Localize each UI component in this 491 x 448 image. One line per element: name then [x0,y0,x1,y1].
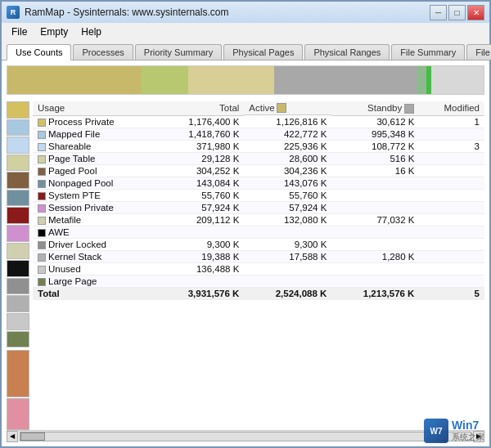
tab-physical-pages[interactable]: Physical Pages [223,44,303,60]
menu-file[interactable]: File [5,25,34,39]
cell-total: 209,112 K [156,213,244,226]
cell-total: 57,924 K [156,201,244,213]
row-color-indicator [38,278,46,286]
cell-active: 9,300 K [244,238,331,250]
cell-total: 1,418,760 K [156,128,244,140]
cell-total: 371,980 K [156,140,244,152]
row-color-indicator [38,241,46,249]
close-button[interactable]: ✕ [467,5,484,20]
standby-color-box [404,104,414,114]
cell-modified [419,164,484,177]
col-usage: Usage [33,101,156,115]
cell-standby: 516 K [331,152,419,164]
app-icon: R [7,6,20,19]
watermark-sub-text: 系统之家 [452,432,484,443]
tab-priority-summary[interactable]: Priority Summary [135,44,222,60]
legend-session-private [7,225,29,242]
title-bar: R RamMap - Sysinternals: www.sysinternal… [0,0,491,23]
cell-modified: 3 [419,140,484,152]
cell-name: Driver Locked [33,238,156,250]
table-row: AWE [33,226,484,238]
watermark-logo-text: W7 [430,427,443,436]
cell-name: System PTE [33,189,156,201]
cell-standby: 77,032 K [331,213,419,226]
scroll-thumb[interactable] [20,432,45,441]
table-row: Paged Pool304,252 K304,236 K16 K [33,164,484,177]
cell-total [156,275,244,287]
legend-process-private [7,101,29,119]
row-color-indicator [38,131,46,139]
menu-help[interactable]: Help [74,25,108,39]
cell-name: Unused [33,262,156,275]
cell-active: 304,236 K [244,164,331,177]
watermark-logo: W7 [424,419,448,443]
cell-active: 225,936 K [244,140,331,152]
cell-standby: 16 K [331,164,419,177]
total-total: 3,931,576 K [156,287,244,299]
scroll-left-button[interactable]: ◀ [7,431,18,442]
tab-file-details[interactable]: File Details [466,44,491,60]
cell-standby: 30,612 K [331,115,419,128]
tab-use-counts[interactable]: Use Counts [7,44,71,60]
table-header-row: Usage Total Active Standby Modified [33,101,484,115]
row-color-indicator [38,168,46,176]
title-text: RamMap - Sysinternals: www.sysinternals.… [25,7,228,18]
cell-name: Large Page [33,275,156,287]
legend-awe [7,260,29,277]
cell-standby [331,262,419,275]
watermark: W7 Win7 系统之家 [424,419,484,443]
maximize-button[interactable]: □ [448,5,466,20]
cell-total: 9,300 K [156,238,244,250]
content-area: Usage Total Active Standby Modified Proc… [2,60,489,446]
cell-name: Page Table [33,152,156,164]
menu-bar: File Empty Help [0,23,491,41]
table-row: Mapped File1,418,760 K422,772 K995,348 K [33,128,484,140]
minimize-button[interactable]: ─ [430,5,447,20]
cell-standby [331,189,419,201]
total-modified: 5 [419,287,484,299]
table-row: Unused136,488 K [33,262,484,275]
row-color-indicator [38,253,46,262]
tab-file-summary[interactable]: File Summary [391,44,465,60]
cell-standby [331,238,419,250]
menu-empty[interactable]: Empty [34,25,74,39]
cell-name: Shareable [33,140,156,152]
cell-name: AWE [33,226,156,238]
legend-driver-locked [7,278,29,295]
table-row: Session Private57,924 K57,924 K [33,201,484,213]
row-color-indicator [38,266,46,274]
cell-modified [419,262,484,275]
data-table-area: Usage Total Active Standby Modified Proc… [33,101,484,430]
row-color-indicator [38,217,46,225]
row-color-indicator [38,192,46,200]
legend-extra [7,350,29,397]
horizontal-scrollbar[interactable]: ◀ ▶ [7,430,484,441]
cell-modified: 1 [419,115,484,128]
cell-standby: 108,772 K [331,140,419,152]
legend-metafile [7,243,29,260]
cell-name: Process Private [33,115,156,128]
cell-total [156,226,244,238]
legend-page-table [7,155,29,172]
col-standby: Standby [331,101,419,115]
cell-modified [419,238,484,250]
legend-large-page [7,331,29,348]
tab-physical-ranges[interactable]: Physical Ranges [304,44,390,60]
cell-standby: 1,280 K [331,250,419,262]
color-legend [7,101,29,430]
cell-standby [331,275,419,287]
tab-processes[interactable]: Processes [73,44,133,60]
row-color-indicator [38,119,46,127]
col-modified: Modified [419,101,484,115]
row-color-indicator [38,204,46,213]
legend-unused [7,313,29,330]
col-active: Active [244,101,331,115]
cell-active [244,262,331,275]
cell-total: 1,176,400 K [156,115,244,128]
cell-modified [419,226,484,238]
scroll-track[interactable] [20,432,471,441]
total-standby: 1,213,576 K [331,287,419,299]
cell-standby [331,177,419,189]
cell-total: 55,760 K [156,189,244,201]
row-color-indicator [38,143,46,151]
